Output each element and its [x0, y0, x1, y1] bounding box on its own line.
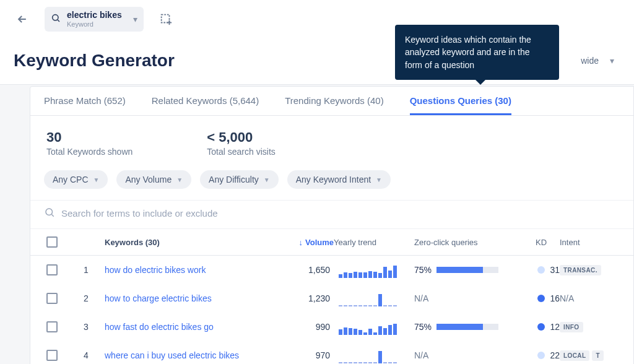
chevron-down-icon: ▼ [376, 176, 382, 183]
keyword-chip[interactable]: electric bikes Keyword ▾ [45, 7, 144, 31]
volume-value: 990 [272, 322, 334, 332]
row-checkbox[interactable] [46, 264, 58, 275]
volume-value: 1,230 [272, 293, 334, 303]
col-trend[interactable]: Yearly trend [334, 238, 414, 247]
page-title: Keyword Generator [14, 51, 175, 71]
intent-cell: INFO [560, 322, 622, 332]
trend-sparkline [334, 347, 414, 363]
svg-rect-1 [162, 15, 170, 23]
trend-sparkline [334, 319, 414, 335]
row-checkbox[interactable] [46, 350, 58, 361]
row-index: 2 [67, 293, 105, 303]
tab[interactable]: Questions Queries (30) [410, 95, 511, 115]
intent-cell: LOCALT [560, 350, 622, 361]
stat-total-value: 30 [46, 129, 132, 145]
col-kd[interactable]: KD [523, 238, 560, 247]
keyword-link[interactable]: how fast do electric bikes go [105, 322, 272, 332]
filter-pill[interactable]: Any CPC▼ [44, 170, 108, 189]
kd-cell: 12 [523, 322, 560, 332]
zero-click-cell: 75% [414, 322, 523, 332]
keyword-link[interactable]: how do electric bikes work [105, 265, 272, 275]
row-index: 3 [67, 322, 105, 332]
table-row: 2how to charge electric bikes1,230N/A16N… [30, 284, 633, 313]
kd-cell: 16 [523, 293, 560, 303]
zero-click-cell: N/A [414, 293, 523, 303]
col-zero[interactable]: Zero-click queries [414, 238, 523, 247]
sort-arrow-down-icon: ↓ [299, 238, 303, 247]
zero-click-cell: N/A [414, 350, 523, 360]
row-index: 4 [67, 350, 105, 360]
col-keywords[interactable]: Keywords (30) [105, 238, 272, 247]
col-volume[interactable]: ↓ Volume [272, 238, 334, 247]
search-icon [51, 13, 61, 25]
kd-cell: 31 [523, 265, 560, 275]
chevron-down-icon: ▼ [264, 176, 270, 183]
chevron-down-icon: ▾ [610, 56, 614, 66]
table-row: 1how do electric bikes work1,65075%31TRA… [30, 256, 633, 284]
tooltip-questions-queries: Keyword ideas which contain the analyzed… [395, 25, 559, 80]
add-keyword-button[interactable] [156, 9, 176, 29]
volume-value: 970 [272, 350, 334, 360]
svg-point-5 [46, 209, 53, 215]
stat-total-label: Total Keywords shown [46, 147, 132, 157]
trend-sparkline [334, 290, 414, 306]
keyword-chip-sublabel: Keyword [67, 20, 122, 28]
chevron-down-icon: ▾ [133, 14, 137, 24]
kd-cell: 22 [523, 350, 560, 360]
region-label-suffix: wide [581, 56, 599, 66]
filter-pill[interactable]: Any Keyword Intent▼ [287, 170, 391, 189]
filter-pill[interactable]: Any Volume▼ [116, 170, 191, 189]
volume-value: 1,650 [272, 265, 334, 275]
table-row: 4where can i buy used electric bikes970N… [30, 341, 633, 364]
include-exclude-input[interactable] [61, 208, 620, 219]
filter-pill[interactable]: Any Difficulty▼ [200, 170, 279, 189]
col-intent[interactable]: Intent [560, 238, 622, 247]
chevron-down-icon: ▼ [176, 176, 183, 183]
select-all-checkbox[interactable] [46, 236, 58, 248]
stat-visits-value: < 5,000 [207, 129, 275, 145]
row-checkbox[interactable] [46, 293, 58, 304]
search-icon [44, 207, 55, 220]
keyword-link[interactable]: where can i buy used electric bikes [105, 350, 272, 360]
keyword-chip-value: electric bikes [67, 11, 122, 20]
tab[interactable]: Phrase Match (652) [44, 95, 126, 115]
stat-visits-label: Total search visits [207, 147, 275, 157]
svg-point-0 [53, 15, 58, 20]
intent-cell: N/A [560, 293, 622, 303]
back-button[interactable] [12, 9, 32, 29]
intent-cell: TRANSAC. [560, 265, 622, 275]
zero-click-cell: 75% [414, 265, 523, 275]
table-row: 3how fast do electric bikes go99075%12IN… [30, 313, 633, 341]
chevron-down-icon: ▼ [93, 176, 100, 183]
trend-sparkline [334, 262, 414, 278]
tab[interactable]: Related Keywords (5,644) [152, 95, 259, 115]
keyword-link[interactable]: how to charge electric bikes [105, 293, 272, 303]
row-checkbox[interactable] [46, 321, 58, 332]
tab[interactable]: Trending Keywords (40) [285, 95, 384, 115]
row-index: 1 [67, 265, 105, 275]
